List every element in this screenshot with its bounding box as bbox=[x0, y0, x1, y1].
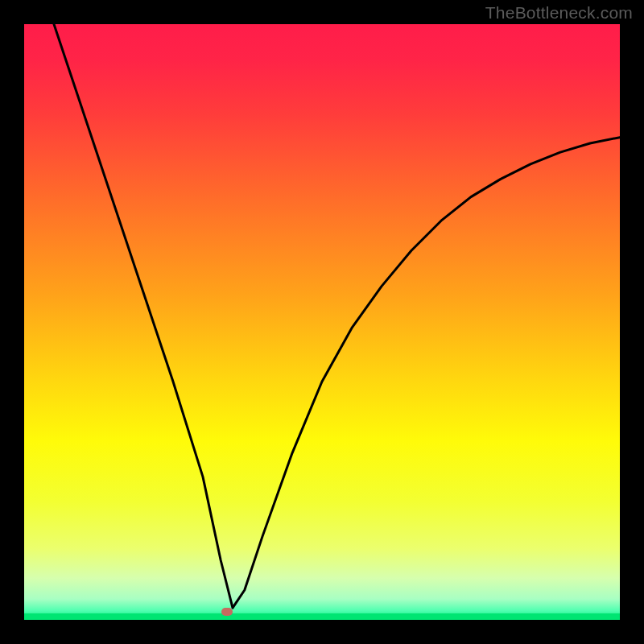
chart-frame: TheBottleneck.com bbox=[0, 0, 644, 644]
curve-layer bbox=[24, 24, 620, 620]
minimum-marker bbox=[221, 608, 233, 616]
bottleneck-curve-path bbox=[54, 24, 620, 608]
watermark-text: TheBottleneck.com bbox=[485, 3, 633, 23]
plot-area bbox=[24, 24, 620, 620]
